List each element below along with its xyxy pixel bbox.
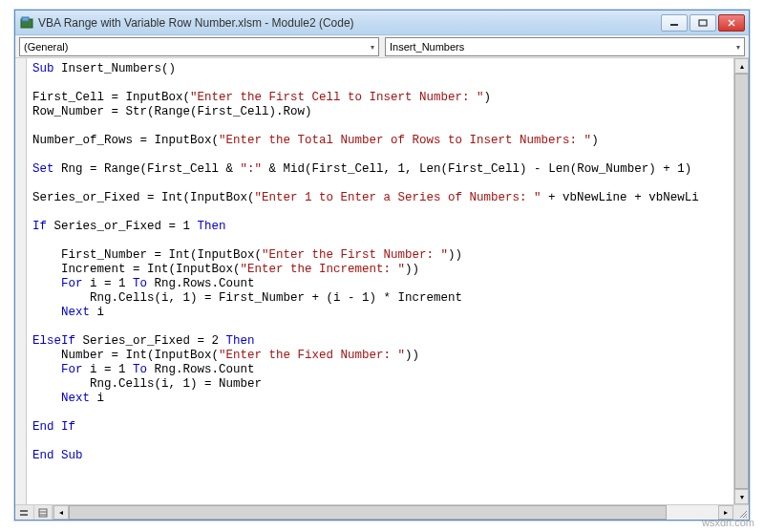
dropdown-bar: (General) ▾ Insert_Numbers ▾ (15, 35, 749, 58)
window-title: VBA Range with Variable Row Number.xlsm … (38, 16, 661, 30)
chevron-down-icon: ▾ (371, 43, 374, 52)
margin-indicator-bar (15, 58, 27, 504)
procedure-view-icon[interactable] (15, 505, 34, 520)
object-dropdown-value: (General) (24, 41, 68, 53)
hscroll-thumb[interactable] (69, 505, 667, 520)
svg-rect-3 (699, 20, 707, 26)
maximize-button[interactable] (690, 14, 716, 32)
svg-rect-1 (22, 17, 29, 21)
titlebar[interactable]: VBA Range with Variable Row Number.xlsm … (15, 11, 749, 35)
code-window: VBA Range with Variable Row Number.xlsm … (14, 10, 750, 521)
close-button[interactable] (718, 14, 745, 32)
object-dropdown[interactable]: (General) ▾ (19, 37, 379, 56)
view-mode-icons (15, 505, 53, 520)
bottom-bar: ◂ ▸ (15, 504, 749, 520)
horizontal-scrollbar[interactable]: ◂ ▸ (53, 505, 733, 520)
scroll-left-button[interactable]: ◂ (53, 505, 69, 520)
svg-rect-7 (20, 514, 28, 516)
scroll-up-button[interactable]: ▴ (734, 58, 749, 74)
window-controls (661, 14, 745, 32)
chevron-down-icon: ▾ (736, 43, 740, 52)
procedure-dropdown[interactable]: Insert_Numbers ▾ (385, 37, 745, 56)
code-editor[interactable]: Sub Insert_Numbers() First_Cell = InputB… (27, 58, 733, 504)
full-module-view-icon[interactable] (34, 505, 53, 520)
vscroll-thumb[interactable] (734, 74, 749, 489)
scroll-down-button[interactable]: ▾ (734, 489, 749, 504)
vertical-scrollbar[interactable]: ▴ ▾ (733, 58, 749, 504)
svg-rect-8 (39, 509, 47, 517)
watermark: wsxdn.com (702, 517, 754, 528)
code-container: Sub Insert_Numbers() First_Cell = InputB… (15, 58, 749, 504)
svg-rect-6 (20, 510, 28, 512)
minimize-button[interactable] (661, 14, 688, 32)
vba-icon (19, 15, 34, 31)
procedure-dropdown-value: Insert_Numbers (390, 41, 464, 53)
svg-rect-2 (670, 24, 678, 26)
vscroll-track[interactable] (734, 74, 749, 489)
hscroll-track[interactable] (69, 505, 718, 520)
